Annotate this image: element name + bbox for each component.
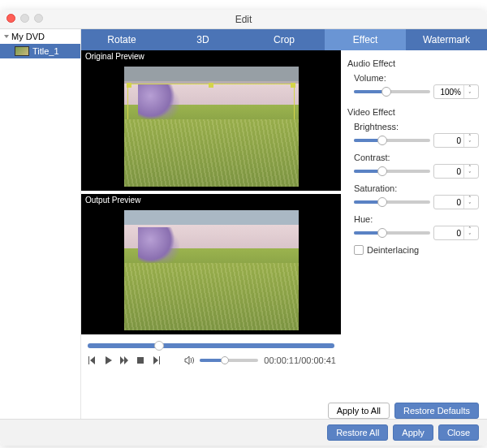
sidebar-item-label: Title_1 bbox=[32, 46, 59, 56]
spin-up-icon[interactable]: ˄ bbox=[464, 85, 475, 92]
prev-frame-button[interactable] bbox=[86, 355, 97, 366]
restore-defaults-button[interactable]: Restore Defaults bbox=[394, 403, 479, 419]
video-effect-heading: Video Effect bbox=[347, 107, 479, 117]
svg-rect-0 bbox=[137, 357, 144, 364]
sidebar-root-label: My DVD bbox=[11, 32, 45, 41]
spin-down-icon[interactable]: ˅ bbox=[464, 140, 475, 147]
hue-input[interactable] bbox=[434, 229, 463, 238]
spin-down-icon[interactable]: ˅ bbox=[464, 171, 475, 178]
effects-panel: Audio Effect Volume: ˄˅ bbox=[341, 50, 487, 419]
original-preview-label: Original Preview bbox=[81, 50, 341, 62]
audio-effect-heading: Audio Effect bbox=[347, 58, 479, 68]
window-title: Edit bbox=[0, 10, 487, 29]
output-preview bbox=[81, 206, 341, 334]
volume-spinbox[interactable]: ˄˅ bbox=[433, 84, 479, 99]
close-button[interactable]: Close bbox=[438, 424, 479, 441]
preview-column: Original Preview bbox=[81, 50, 341, 419]
deinterlacing-label: Deinterlacing bbox=[367, 245, 419, 255]
transport-bar: 00:00:11/00:00:41 bbox=[81, 334, 341, 383]
disclosure-triangle-icon bbox=[4, 35, 9, 38]
spin-up-icon[interactable]: ˄ bbox=[464, 196, 475, 202]
tab-bar: Rotate 3D Crop Effect Watermark bbox=[81, 29, 487, 50]
saturation-spinbox[interactable]: ˄˅ bbox=[433, 195, 479, 209]
next-frame-button[interactable] bbox=[151, 355, 162, 366]
spin-up-icon[interactable]: ˄ bbox=[464, 165, 475, 171]
brightness-label: Brightness: bbox=[354, 122, 479, 131]
contrast-spinbox[interactable]: ˄˅ bbox=[433, 164, 479, 179]
spin-down-icon[interactable]: ˅ bbox=[464, 233, 475, 239]
volume-icon[interactable] bbox=[183, 355, 195, 366]
zoom-window-icon[interactable] bbox=[34, 14, 43, 23]
minimize-window-icon[interactable] bbox=[20, 14, 29, 23]
crop-frame[interactable] bbox=[127, 84, 295, 170]
sidebar: My DVD Title_1 bbox=[0, 29, 81, 419]
brightness-spinbox[interactable]: ˄˅ bbox=[433, 133, 479, 148]
apply-button[interactable]: Apply bbox=[393, 424, 433, 441]
hue-label: Hue: bbox=[354, 214, 479, 224]
seek-knob[interactable] bbox=[154, 341, 164, 351]
volume-slider[interactable] bbox=[200, 359, 258, 362]
timecode: 00:00:11/00:00:41 bbox=[264, 355, 336, 365]
sidebar-root-my-dvd[interactable]: My DVD bbox=[0, 29, 80, 44]
restore-all-button[interactable]: Restore All bbox=[327, 424, 388, 441]
sidebar-item-title-1[interactable]: Title_1 bbox=[0, 44, 80, 58]
hue-spinbox[interactable]: ˄˅ bbox=[433, 226, 479, 240]
fast-forward-button[interactable] bbox=[119, 355, 130, 366]
tab-watermark[interactable]: Watermark bbox=[406, 29, 487, 50]
spin-down-icon[interactable]: ˅ bbox=[464, 202, 475, 209]
volume-knob[interactable] bbox=[221, 356, 229, 364]
spin-down-icon[interactable]: ˅ bbox=[464, 92, 475, 98]
saturation-label: Saturation: bbox=[354, 183, 479, 193]
volume-input[interactable] bbox=[434, 88, 463, 97]
tab-3d[interactable]: 3D bbox=[162, 29, 244, 50]
edit-window: Edit My DVD Title_1 Rotate 3D Crop Effec… bbox=[0, 10, 487, 446]
play-button[interactable] bbox=[102, 355, 114, 366]
titlebar: Edit bbox=[0, 10, 487, 29]
volume-effect-slider[interactable] bbox=[354, 90, 430, 93]
original-preview-frame bbox=[124, 67, 299, 187]
original-preview bbox=[81, 62, 341, 191]
saturation-slider[interactable] bbox=[354, 200, 430, 204]
video-thumbnail-icon bbox=[15, 46, 29, 56]
contrast-slider[interactable] bbox=[354, 170, 430, 173]
output-preview-label: Output Preview bbox=[81, 194, 341, 206]
spin-up-icon[interactable]: ˄ bbox=[464, 226, 475, 233]
output-preview-frame bbox=[124, 210, 299, 330]
volume-label: Volume: bbox=[354, 73, 479, 83]
tab-crop[interactable]: Crop bbox=[244, 29, 325, 50]
hue-slider[interactable] bbox=[354, 231, 430, 235]
tab-effect[interactable]: Effect bbox=[325, 29, 406, 50]
brightness-slider[interactable] bbox=[354, 139, 430, 142]
contrast-label: Contrast: bbox=[354, 153, 479, 162]
apply-to-all-button[interactable]: Apply to All bbox=[328, 403, 390, 419]
spin-up-icon[interactable]: ˄ bbox=[464, 134, 475, 140]
seek-slider[interactable] bbox=[88, 343, 334, 348]
close-window-icon[interactable] bbox=[6, 14, 15, 23]
saturation-input[interactable] bbox=[434, 198, 463, 207]
stop-button[interactable] bbox=[135, 355, 146, 366]
checkbox-icon bbox=[354, 245, 364, 255]
deinterlacing-checkbox[interactable]: Deinterlacing bbox=[354, 245, 479, 255]
tab-rotate[interactable]: Rotate bbox=[81, 29, 162, 50]
bottom-bar: Restore All Apply Close bbox=[0, 419, 487, 446]
brightness-input[interactable] bbox=[434, 136, 463, 145]
contrast-input[interactable] bbox=[434, 167, 463, 176]
